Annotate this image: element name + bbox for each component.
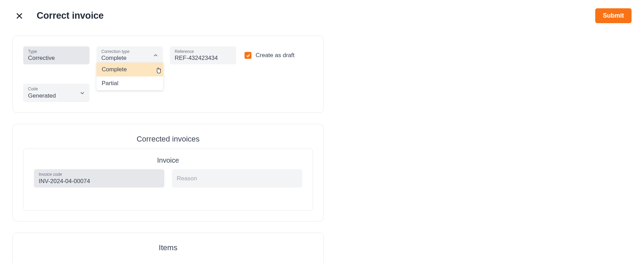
page-title: Correct invoice — [37, 10, 104, 21]
form-scroll-area[interactable]: Type Corrective Correction type Complete… — [12, 29, 341, 263]
invoice-row: Invoice code INV-2024-04-00074 Reason — [34, 169, 302, 188]
reference-value: REF-432423434 — [175, 54, 231, 62]
items-title: Items — [23, 243, 313, 252]
reason-field[interactable]: Reason — [172, 169, 302, 188]
correction-settings-card: Type Corrective Correction type Complete… — [12, 36, 324, 113]
invoice-code-field: Invoice code INV-2024-04-00074 — [34, 169, 164, 188]
corrected-invoices-card: Corrected invoices Invoice Invoice code … — [12, 124, 324, 221]
settings-row-1: Type Corrective Correction type Complete… — [23, 46, 313, 64]
chevron-down-icon — [79, 90, 85, 96]
settings-row-2: Code Generated — [23, 84, 313, 102]
correction-type-label: Correction type — [101, 49, 158, 54]
create-as-draft-wrap: Create as draft — [245, 52, 294, 59]
dropdown-option-partial[interactable]: Partial — [96, 76, 163, 90]
invoice-subcard: Invoice Invoice code INV-2024-04-00074 R… — [23, 148, 313, 211]
reason-placeholder: Reason — [177, 172, 297, 185]
check-icon — [246, 53, 250, 58]
invoice-code-label: Invoice code — [39, 172, 159, 177]
type-field: Type Corrective — [23, 46, 90, 64]
type-value: Corrective — [28, 54, 85, 62]
invoice-code-value: INV-2024-04-00074 — [39, 178, 159, 185]
correction-type-field[interactable]: Correction type Complete — [96, 46, 163, 64]
corrected-invoices-title: Corrected invoices — [23, 135, 313, 144]
close-button[interactable] — [15, 11, 24, 21]
correction-type-value: Complete — [101, 54, 158, 62]
content-wrap: Type Corrective Correction type Complete… — [0, 29, 644, 263]
code-label: Code — [28, 87, 85, 91]
chevron-up-icon — [153, 52, 159, 58]
page-header: Correct invoice Submit — [0, 0, 644, 29]
items-card: Items — [12, 233, 324, 263]
header-left: Correct invoice — [15, 10, 104, 21]
close-icon — [16, 12, 23, 20]
code-value: Generated — [28, 92, 85, 100]
dropdown-option-complete[interactable]: Complete — [96, 63, 163, 76]
code-field[interactable]: Code Generated — [23, 84, 90, 102]
correction-type-wrapper: Correction type Complete Complete Partia… — [96, 46, 163, 64]
invoice-title: Invoice — [34, 156, 302, 164]
create-as-draft-label: Create as draft — [256, 52, 294, 59]
submit-button[interactable]: Submit — [595, 8, 632, 23]
create-as-draft-checkbox[interactable] — [245, 52, 251, 59]
reference-field[interactable]: Reference REF-432423434 — [170, 46, 236, 64]
type-label: Type — [28, 49, 85, 54]
correction-type-dropdown: Complete Partial — [96, 63, 163, 90]
reference-label: Reference — [175, 49, 231, 54]
